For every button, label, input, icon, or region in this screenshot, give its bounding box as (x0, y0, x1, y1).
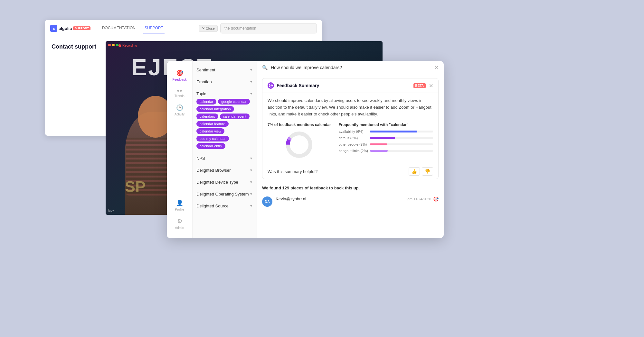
tag-see-my-calendar[interactable]: see my calendar (196, 136, 229, 141)
sidebar-item-trends[interactable]: ●● Trends (167, 85, 192, 101)
filter-section-topic: Topic ▼ calendar google calendar calenda… (193, 89, 257, 151)
cam-dot-green (116, 44, 118, 46)
rec-dot (118, 44, 121, 47)
feedback-count: We found 129 pieces of feedback to back … (257, 183, 444, 193)
tag-calendar-entry[interactable]: calendar entry (196, 143, 225, 149)
bg-nav: DOCUMENTATION SUPPORT (94, 23, 171, 33)
summary-logo (268, 82, 274, 89)
bg-nav-support[interactable]: SUPPORT (143, 23, 165, 33)
sidebar-item-admin[interactable]: ⚙ Admin (167, 214, 192, 233)
feedback-source-icon-0: 🎯 (433, 196, 439, 202)
lucy-label: lucy (108, 209, 114, 212)
nps-arrow: ▼ (250, 157, 253, 160)
helpful-question: Was this summary helpful? (268, 169, 407, 174)
tag-calendar-view[interactable]: calendar view (196, 128, 224, 134)
feedback-user-0: Kevin@zyphrr.ai (276, 196, 402, 201)
filter-section-delighted-os: Delighted Operating System ▼ (193, 189, 257, 199)
summary-logo-icon (269, 84, 273, 87)
tag-google-calendar[interactable]: google calendar (218, 99, 250, 105)
tag-calendars[interactable]: calendars (196, 114, 218, 119)
bar-track-default (370, 137, 433, 139)
filter-section-nps: NPS ▼ (193, 153, 257, 163)
bar-track-availability (370, 131, 433, 132)
svg-point-0 (269, 84, 272, 87)
search-input[interactable] (271, 65, 431, 70)
emotion-arrow: ▼ (250, 80, 253, 84)
bg-close-button[interactable]: ✕ Close (199, 25, 218, 32)
filter-header-topic[interactable]: Topic ▼ (196, 89, 253, 99)
user-avatar-0: DA (262, 196, 272, 207)
filter-header-delighted-source[interactable]: Delighted Source ▼ (196, 201, 253, 211)
bar-label-availability: availability (6%) (339, 130, 368, 133)
filter-section-delighted-source: Delighted Source ▼ (193, 201, 257, 211)
topic-tags: calendar google calendar calendar integr… (196, 99, 253, 151)
delighted-source-arrow: ▼ (250, 204, 253, 208)
sidebar-admin-label: Admin (175, 226, 184, 230)
rec-badge: Recording (118, 44, 137, 47)
filter-section-delighted-device: Delighted Device Type ▼ (193, 177, 257, 187)
feedback-meta-0: Kevin@zyphrr.ai (276, 196, 402, 201)
filter-title-delighted-source: Delighted Source (196, 204, 229, 208)
bar-track-other-people (370, 143, 433, 145)
sidebar: 🎯 Feedback ●● Trends 🕒 Activity 👤 Profil… (167, 61, 193, 238)
feedback-summary-card: Feedback Summary BETA ✕ We should improv… (262, 78, 439, 179)
summary-close-button[interactable]: ✕ (429, 83, 433, 89)
cam-dots (108, 44, 118, 46)
filter-section-delighted-browser: Delighted Browser ▼ (193, 165, 257, 175)
tag-calendar[interactable]: calendar (196, 99, 216, 105)
stat-right: Frequently mentioned with "calendar" ava… (339, 123, 433, 155)
feedback-icon: 🎯 (176, 69, 183, 77)
filter-title-topic: Topic (196, 91, 206, 96)
tag-calendar-feature[interactable]: calendar feature (196, 121, 229, 127)
filter-header-nps[interactable]: NPS ▼ (196, 153, 253, 163)
sidebar-item-activity[interactable]: 🕒 Activity (167, 101, 192, 119)
search-clear-button[interactable]: ✕ (434, 65, 439, 70)
tag-calendar-integration[interactable]: calendar integration (196, 106, 234, 112)
main-panel: 🎯 Feedback ●● Trends 🕒 Activity 👤 Profil… (167, 61, 444, 238)
thumbs-down-button[interactable]: 👎 (422, 167, 433, 176)
bar-item-default: default (3%) (339, 136, 433, 140)
filter-header-sentiment[interactable]: Sentiment ▼ (196, 65, 253, 75)
sp-text: SP (125, 178, 146, 196)
thumbs-up-button[interactable]: 👍 (409, 167, 420, 176)
bar-label-other-people: other people (2%) (339, 142, 368, 146)
filter-header-delighted-os[interactable]: Delighted Operating System ▼ (196, 189, 253, 199)
summary-footer: Was this summary helpful? 👍 👎 (262, 164, 438, 179)
sidebar-item-profile[interactable]: 👤 Profile (167, 196, 192, 214)
filter-title-nps: NPS (196, 156, 205, 161)
filter-title-delighted-os: Delighted Operating System (196, 192, 249, 196)
filter-title-sentiment: Sentiment (196, 68, 215, 72)
admin-icon: ⚙ (177, 218, 182, 225)
filter-section-sentiment: Sentiment ▼ (193, 65, 257, 75)
content-area: 🔍 ✕ Feedback Summary BETA ✕ We should im… (257, 61, 444, 238)
filter-title-delighted-device: Delighted Device Type (196, 180, 238, 185)
topic-arrow: ▼ (250, 92, 253, 96)
bar-item-availability: availability (6%) (339, 130, 433, 133)
stat-left: 7% of feedback mentions calendar (268, 123, 331, 159)
summary-header: Feedback Summary BETA ✕ (262, 78, 438, 93)
bar-fill-availability (370, 131, 417, 132)
profile-icon: 👤 (176, 199, 183, 206)
bar-label-default: default (3%) (339, 136, 368, 140)
bar-track-hangout (370, 150, 433, 152)
bg-nav-documentation[interactable]: DOCUMENTATION (101, 23, 137, 33)
summary-body: We should improve calendars by allowing … (262, 93, 438, 164)
bg-search-input[interactable]: the documentation (220, 23, 317, 33)
summary-stats: 7% of feedback mentions calendar Frequen… (268, 123, 433, 159)
tag-calendar-event[interactable]: calendar event (220, 114, 250, 119)
bg-contact-title: Contact support (52, 43, 96, 50)
cam-dot-red (108, 44, 111, 46)
beta-badge: BETA (413, 83, 426, 88)
svg-point-1 (288, 133, 310, 156)
delighted-os-arrow: ▼ (250, 192, 253, 196)
filter-section-emotion: Emotion ▼ (193, 77, 257, 87)
filter-header-delighted-device[interactable]: Delighted Device Type ▼ (196, 177, 253, 187)
filter-header-delighted-browser[interactable]: Delighted Browser ▼ (196, 165, 253, 175)
feedback-time-0: 8pm 11/24/2020 (405, 197, 431, 201)
sidebar-item-feedback[interactable]: 🎯 Feedback (167, 66, 192, 85)
filter-header-emotion[interactable]: Emotion ▼ (196, 77, 253, 87)
sidebar-feedback-label: Feedback (173, 78, 187, 81)
feedback-time-area: 8pm 11/24/2020 🎯 (405, 196, 439, 202)
filter-title-delighted-browser: Delighted Browser (196, 168, 231, 173)
search-bar: 🔍 ✕ (257, 61, 444, 74)
